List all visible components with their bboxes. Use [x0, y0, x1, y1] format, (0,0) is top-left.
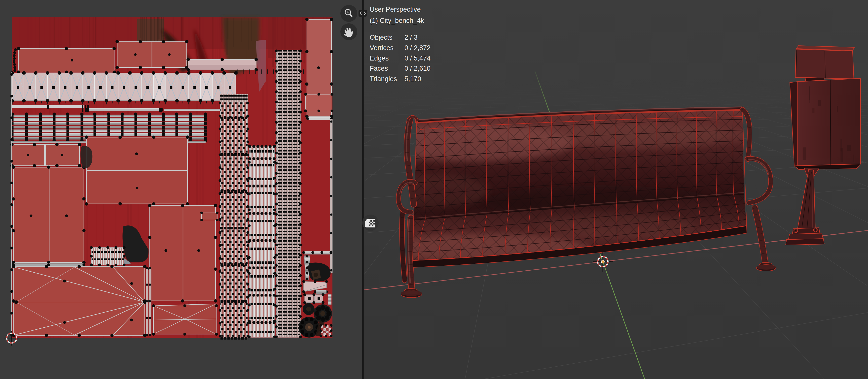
svg-text:User Perspective: User Perspective — [370, 6, 421, 13]
svg-text:Edges: Edges — [370, 55, 389, 62]
svg-text:0 / 5,474: 0 / 5,474 — [404, 55, 431, 62]
svg-text:2 / 3: 2 / 3 — [404, 34, 417, 41]
svg-text:Faces: Faces — [370, 65, 388, 72]
svg-text:5,170: 5,170 — [404, 75, 421, 82]
svg-text:(1) City_bench_4k: (1) City_bench_4k — [370, 17, 424, 24]
svg-text:Vertices: Vertices — [370, 44, 394, 51]
svg-text:Objects: Objects — [370, 34, 393, 41]
svg-text:Triangles: Triangles — [370, 75, 397, 82]
svg-text:0 / 2,610: 0 / 2,610 — [404, 65, 431, 72]
svg-text:0 / 2,872: 0 / 2,872 — [404, 44, 431, 51]
